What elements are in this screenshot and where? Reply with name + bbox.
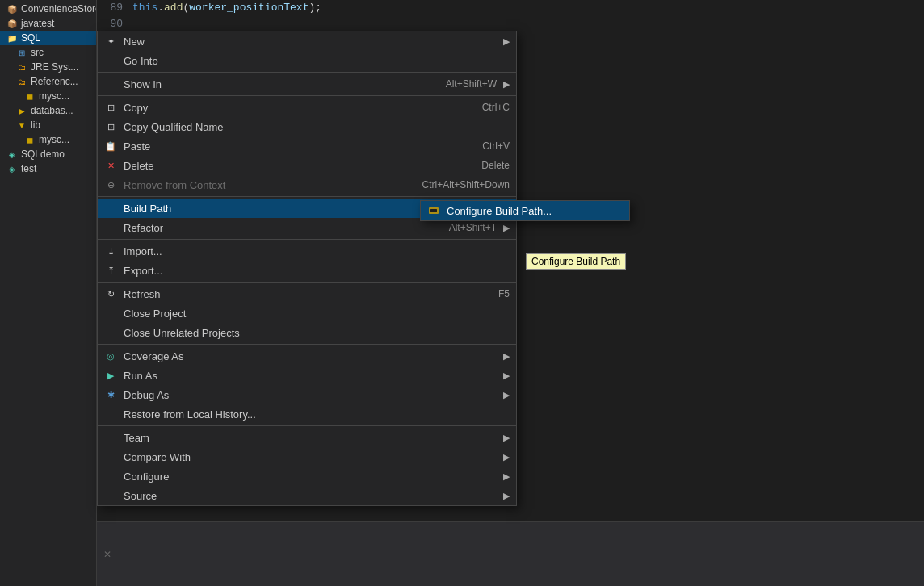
copy-qualified-icon: ⊡ bbox=[104, 120, 117, 133]
separator-6 bbox=[98, 344, 516, 345]
separator-7 bbox=[98, 425, 516, 426]
tooltip-text: Configure Build Path bbox=[531, 256, 620, 267]
arrow-icon: ▶ bbox=[503, 36, 510, 47]
menu-label-close-unrelated: Close Unrelated Projects bbox=[124, 327, 510, 339]
menu-label-close-project: Close Project bbox=[124, 308, 510, 320]
shortcut-copy: Ctrl+C bbox=[482, 102, 510, 113]
coverage-icon: ◎ bbox=[104, 350, 117, 362]
shortcut-showin: Alt+Shift+W bbox=[446, 78, 497, 90]
menu-label-delete: Delete bbox=[124, 160, 456, 172]
paste-icon: 📋 bbox=[104, 140, 117, 153]
menu-label-copy: Copy bbox=[124, 102, 456, 114]
menu-label-restore: Restore from Local History... bbox=[124, 408, 510, 421]
menu-label-configure-build-path: Configure Build Path... bbox=[447, 205, 623, 217]
menu-item-copy-qualified[interactable]: ⊡ Copy Qualified Name bbox=[98, 117, 516, 136]
menu-label-copy-qualified: Copy Qualified Name bbox=[124, 121, 510, 133]
context-menu: ✦ New ▶ Go Into Show In Alt+Shift+W ▶ ⊡ … bbox=[97, 31, 517, 506]
separator-4 bbox=[98, 239, 516, 240]
separator-5 bbox=[98, 282, 516, 283]
run-icon: ▶ bbox=[104, 369, 117, 382]
arrow-icon: ▶ bbox=[503, 433, 510, 443]
menu-item-restore[interactable]: Restore from Local History... bbox=[98, 404, 516, 424]
menu-label-coverage: Coverage As bbox=[124, 350, 497, 362]
menu-label-gointo: Go Into bbox=[124, 55, 510, 67]
menu-item-close-project[interactable]: Close Project bbox=[98, 303, 516, 323]
menu-item-copy[interactable]: ⊡ Copy Ctrl+C bbox=[98, 98, 516, 117]
menu-item-team[interactable]: Team ▶ bbox=[98, 428, 516, 447]
shortcut-remove: Ctrl+Alt+Shift+Down bbox=[422, 179, 510, 190]
shortcut-refactor: Alt+Shift+T bbox=[449, 222, 497, 233]
arrow-icon: ▶ bbox=[503, 471, 510, 482]
separator-1 bbox=[98, 72, 516, 73]
separator-2 bbox=[98, 95, 516, 96]
menu-label-paste: Paste bbox=[124, 140, 456, 153]
menu-item-new[interactable]: ✦ New ▶ bbox=[98, 31, 516, 51]
menu-item-remove-context[interactable]: ⊖ Remove from Context Ctrl+Alt+Shift+Dow… bbox=[98, 175, 516, 195]
arrow-icon: ▶ bbox=[503, 223, 510, 233]
arrow-icon: ▶ bbox=[503, 351, 510, 362]
menu-item-configure[interactable]: Configure ▶ bbox=[98, 467, 516, 486]
menu-item-import[interactable]: ⤓ Import... bbox=[98, 241, 516, 261]
menu-label-showin: Show In bbox=[124, 78, 420, 90]
svg-rect-1 bbox=[430, 209, 437, 212]
menu-item-refresh[interactable]: ↻ Refresh F5 bbox=[98, 284, 516, 303]
menu-label-remove: Remove from Context bbox=[124, 179, 397, 191]
shortcut-refresh: F5 bbox=[498, 288, 510, 299]
arrow-icon: ▶ bbox=[503, 79, 510, 90]
menu-label-new: New bbox=[124, 36, 497, 48]
menu-item-coverage[interactable]: ◎ Coverage As ▶ bbox=[98, 346, 516, 366]
menu-label-import: Import... bbox=[124, 245, 510, 257]
build-path-submenu: Configure Build Path... bbox=[420, 200, 630, 221]
refresh-icon: ↻ bbox=[104, 287, 117, 300]
menu-label-compare: Compare With bbox=[124, 451, 497, 463]
context-menu-overlay: ✦ New ▶ Go Into Show In Alt+Shift+W ▶ ⊡ … bbox=[0, 0, 924, 586]
arrow-icon: ▶ bbox=[503, 491, 510, 501]
shortcut-paste: Ctrl+V bbox=[482, 140, 510, 152]
menu-item-export[interactable]: ⤒ Export... bbox=[98, 261, 516, 280]
menu-label-run: Run As bbox=[124, 370, 497, 382]
build-path-icon bbox=[427, 204, 440, 217]
arrow-icon: ▶ bbox=[503, 370, 510, 381]
delete-icon: ✕ bbox=[104, 159, 117, 172]
menu-item-compare[interactable]: Compare With ▶ bbox=[98, 447, 516, 467]
import-icon: ⤓ bbox=[104, 245, 117, 257]
menu-item-gointo[interactable]: Go Into bbox=[98, 51, 516, 70]
menu-label-debug: Debug As bbox=[124, 389, 497, 401]
menu-label-refactor: Refactor bbox=[124, 222, 423, 234]
menu-item-configure-build-path[interactable]: Configure Build Path... bbox=[421, 201, 629, 220]
arrow-icon: ▶ bbox=[503, 452, 510, 463]
shortcut-delete: Delete bbox=[481, 160, 510, 171]
remove-icon: ⊖ bbox=[104, 178, 117, 191]
menu-item-delete[interactable]: ✕ Delete Delete bbox=[98, 156, 516, 175]
menu-label-refresh: Refresh bbox=[124, 288, 472, 300]
debug-icon: ✱ bbox=[104, 388, 117, 401]
tooltip-configure-build-path: Configure Build Path bbox=[526, 253, 626, 270]
new-icon: ✦ bbox=[104, 35, 117, 48]
menu-label-team: Team bbox=[124, 432, 497, 444]
menu-label-source: Source bbox=[124, 490, 497, 502]
copy-icon: ⊡ bbox=[104, 101, 117, 114]
menu-item-close-unrelated[interactable]: Close Unrelated Projects bbox=[98, 323, 516, 342]
menu-item-paste[interactable]: 📋 Paste Ctrl+V bbox=[98, 136, 516, 156]
menu-item-debug[interactable]: ✱ Debug As ▶ bbox=[98, 385, 516, 404]
menu-item-showin[interactable]: Show In Alt+Shift+W ▶ bbox=[98, 74, 516, 94]
menu-item-run[interactable]: ▶ Run As ▶ bbox=[98, 366, 516, 385]
menu-item-source[interactable]: Source ▶ bbox=[98, 486, 516, 505]
menu-label-configure: Configure bbox=[124, 471, 497, 483]
separator-3 bbox=[98, 196, 516, 197]
arrow-icon: ▶ bbox=[503, 390, 510, 400]
export-icon: ⤒ bbox=[104, 264, 117, 277]
menu-label-export: Export... bbox=[124, 265, 510, 277]
